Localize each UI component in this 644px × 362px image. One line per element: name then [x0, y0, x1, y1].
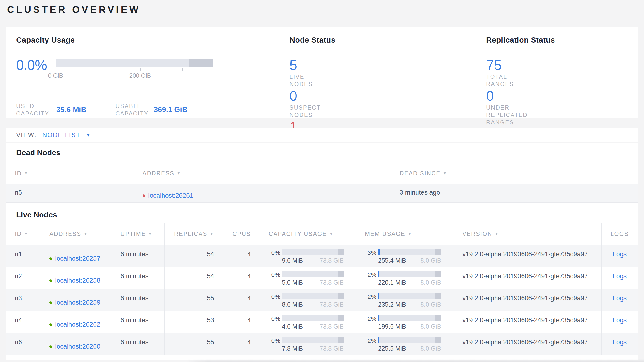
- usage-total-value: 73.8 GiB: [320, 345, 344, 352]
- usage-bar-reserved: [338, 249, 344, 255]
- view-selector-dropdown[interactable]: NODE LIST ▼: [42, 131, 91, 139]
- usage-bar-reserved: [338, 315, 344, 321]
- version-cell: v19.2.0-alpha.20190606-2491-gfe735c9a97: [454, 333, 601, 354]
- summary-stat: 0SUSPECT NODES: [290, 88, 330, 119]
- usage-bar-reserved: [435, 315, 441, 321]
- live-nodes-title: Live Nodes: [16, 210, 638, 219]
- usage-bar-track: [378, 293, 441, 299]
- summary-stat: 5LIVE NODES: [290, 57, 330, 88]
- usage-percent-label: 0%: [265, 249, 280, 267]
- usage-values: 9.6 MiB73.8 GiB: [282, 257, 344, 264]
- column-header-address[interactable]: ADDRESS▼: [134, 163, 391, 184]
- address-link[interactable]: localhost:26262: [55, 321, 100, 328]
- mem-usage-cell: 2%199.6 MiB8.0 GiB: [356, 311, 454, 333]
- usage-bar-track: [282, 337, 344, 343]
- logs-cell: Logs: [601, 311, 638, 333]
- uptime-cell: 6 minutes: [112, 333, 164, 354]
- address-link[interactable]: localhost:26258: [55, 277, 100, 284]
- table-row: n3localhost:262596 minutes5540%8.6 MiB73…: [6, 289, 638, 311]
- address-link[interactable]: localhost:26261: [148, 192, 193, 200]
- version-cell: v19.2.0-alpha.20190606-2491-gfe735c9a97: [454, 311, 601, 333]
- sort-arrow-icon: ▼: [495, 232, 499, 236]
- column-header-id[interactable]: ID▼: [6, 163, 134, 184]
- address-link[interactable]: localhost:26257: [55, 255, 100, 262]
- table-row: n2localhost:262586 minutes5440%5.0 MiB73…: [6, 267, 638, 289]
- usage-bar-reserved: [435, 293, 441, 299]
- axis-tick-mark: [56, 68, 56, 71]
- usage-used-value: 8.6 MiB: [282, 301, 303, 308]
- usage-used-value: 7.8 MiB: [282, 345, 303, 352]
- live-status-dot-icon: [50, 279, 52, 282]
- id-cell: n5: [6, 184, 134, 202]
- usage-used-value: 199.6 MiB: [378, 323, 406, 330]
- column-header-uptime[interactable]: UPTIME▼: [112, 223, 164, 245]
- logs-link[interactable]: Logs: [613, 251, 627, 258]
- address-link[interactable]: localhost:26260: [55, 343, 100, 350]
- dead-nodes-table: ID▼ADDRESS▼DEAD SINCE▼ n5localhost:26261…: [6, 163, 638, 203]
- column-header-mem-usage[interactable]: MEM USAGE▼: [356, 223, 454, 245]
- usage-percent-label: 2%: [361, 271, 376, 289]
- axis-tick-label: 0 GiB: [48, 72, 63, 79]
- view-bar: VIEW: NODE LIST ▼: [6, 128, 638, 142]
- mem-usage-cell: 3%255.4 MiB8.0 GiB: [356, 245, 454, 267]
- usage-total-value: 73.8 GiB: [320, 257, 344, 264]
- capacity-bar-track: [56, 59, 213, 67]
- usage-bar: 199.6 MiB8.0 GiB: [378, 315, 441, 333]
- mem-usage-cell: 2%220.1 MiB8.0 GiB: [356, 267, 454, 289]
- usage-percent-label: 3%: [361, 249, 376, 267]
- usage-percent-label: 2%: [361, 315, 376, 333]
- logs-cell: Logs: [601, 333, 638, 354]
- id-cell: n6: [6, 333, 40, 354]
- cpus-cell: 4: [223, 289, 260, 311]
- version-cell: v19.2.0-alpha.20190606-2491-gfe735c9a97: [454, 245, 601, 267]
- axis-tick-mark: [182, 68, 183, 71]
- live-status-dot-icon: [50, 257, 52, 260]
- replicas-cell: 53: [164, 311, 223, 333]
- replicas-cell: 54: [164, 245, 223, 267]
- usage-total-value: 73.8 GiB: [320, 323, 344, 330]
- usage-bar: 9.6 MiB73.8 GiB: [282, 249, 344, 267]
- address-cell: localhost:26259: [40, 289, 112, 311]
- logs-link[interactable]: Logs: [613, 338, 627, 346]
- logs-link[interactable]: Logs: [613, 273, 627, 280]
- column-header-capacity-usage[interactable]: CAPACITY USAGE▼: [260, 223, 356, 245]
- table-row: n4localhost:262626 minutes5340%4.6 MiB73…: [6, 311, 638, 333]
- usage-values: 7.8 MiB73.8 GiB: [282, 345, 344, 352]
- usable-capacity-value: 369.1 GiB: [154, 105, 188, 114]
- usage-bar-track: [282, 315, 344, 321]
- column-header-dead-since[interactable]: DEAD SINCE▼: [391, 163, 638, 184]
- usable-capacity-label: USABLE CAPACITY: [116, 102, 154, 117]
- cpus-cell: 4: [223, 333, 260, 354]
- usage-used-value: 4.6 MiB: [282, 323, 303, 330]
- dead-nodes-title: Dead Nodes: [16, 148, 638, 157]
- view-selected-value: NODE LIST: [42, 131, 81, 139]
- dead-status-dot-icon: [142, 194, 145, 197]
- axis-tick-mark: [140, 68, 140, 71]
- live-status-dot-icon: [50, 301, 52, 304]
- id-cell: n2: [6, 267, 40, 289]
- live-nodes-table: ID▼ADDRESS▼UPTIME▼REPLICAS▼CPUSCAPACITY …: [6, 223, 638, 355]
- id-cell: n4: [6, 311, 40, 333]
- column-header-version[interactable]: VERSION▼: [454, 223, 601, 245]
- column-header-label: CPUS: [232, 231, 251, 237]
- replication-status-stats: 75TOTAL RANGES0UNDER-REPLICATED RANGES0U…: [486, 57, 638, 117]
- node-status-title: Node Status: [290, 36, 486, 45]
- page-title: CLUSTER OVERVIEW: [7, 4, 644, 15]
- table-row: n6localhost:262606 minutes5540%7.8 MiB73…: [6, 333, 638, 355]
- replicas-cell: 55: [164, 289, 223, 311]
- summary-stat: 0UNDER-REPLICATED RANGES: [486, 88, 545, 126]
- column-header-replicas[interactable]: REPLICAS▼: [164, 223, 223, 245]
- address-link[interactable]: localhost:26259: [55, 299, 100, 306]
- column-header-address[interactable]: ADDRESS▼: [40, 223, 112, 245]
- column-header-id[interactable]: ID▼: [6, 223, 40, 245]
- capacity-percent: 0.0%: [16, 57, 56, 73]
- column-header-label: DEAD SINCE: [400, 170, 441, 177]
- summary-stat: 75TOTAL RANGES: [486, 57, 524, 88]
- usage-values: 199.6 MiB8.0 GiB: [378, 323, 441, 330]
- logs-link[interactable]: Logs: [613, 295, 627, 302]
- cpus-cell: 4: [223, 267, 260, 289]
- logs-link[interactable]: Logs: [613, 317, 627, 324]
- axis-tick-mark: [98, 68, 98, 71]
- live-status-dot-icon: [50, 323, 52, 326]
- sort-arrow-icon: ▼: [24, 232, 28, 236]
